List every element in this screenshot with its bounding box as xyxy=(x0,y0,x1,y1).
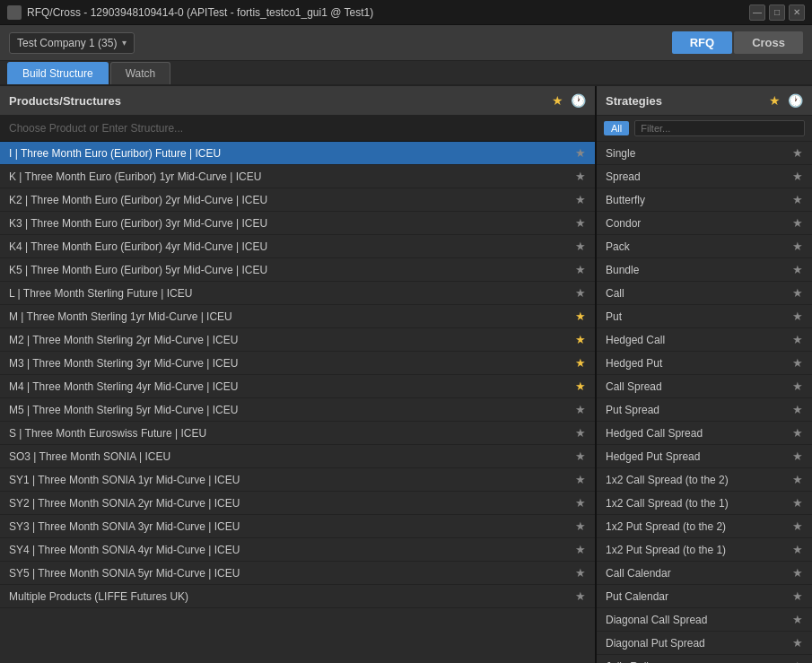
strategy-item[interactable]: Spread★ xyxy=(597,165,812,188)
product-item[interactable]: SY1 | Three Month SONIA 1yr Mid-Curve | … xyxy=(0,468,595,492)
company-selector[interactable]: Test Company 1 (35) ▾ xyxy=(9,32,135,54)
strategy-star-icon[interactable]: ★ xyxy=(792,636,803,650)
strategy-item[interactable]: Put★ xyxy=(597,305,812,328)
strategy-star-icon[interactable]: ★ xyxy=(792,473,803,486)
strategy-filter-input[interactable] xyxy=(634,120,805,136)
strategy-item[interactable]: 1x2 Call Spread (to the 2)★ xyxy=(597,468,812,492)
strategy-item[interactable]: Diagonal Put Spread★ xyxy=(597,632,812,655)
strategy-item[interactable]: Bundle★ xyxy=(597,258,812,282)
strategy-star-icon[interactable]: ★ xyxy=(792,589,803,603)
product-item[interactable]: M2 | Three Month Sterling 2yr Mid-Curve … xyxy=(0,328,595,352)
product-star-icon[interactable]: ★ xyxy=(575,286,586,300)
rfq-button[interactable]: RFQ xyxy=(672,31,732,54)
product-item[interactable]: M | Three Month Sterling 1yr Mid-Curve |… xyxy=(0,305,595,328)
strategies-star-icon[interactable]: ★ xyxy=(769,93,781,108)
strategy-item[interactable]: Jelly Roll★ xyxy=(597,655,812,663)
product-item[interactable]: L | Three Month Sterling Future | ICEU★ xyxy=(0,282,595,305)
close-button[interactable]: ✕ xyxy=(789,4,805,21)
product-star-icon[interactable]: ★ xyxy=(575,240,586,253)
strategy-star-icon[interactable]: ★ xyxy=(792,613,803,626)
product-star-icon[interactable]: ★ xyxy=(575,333,586,346)
strategy-star-icon[interactable]: ★ xyxy=(792,216,803,230)
product-item[interactable]: Multiple Products (LIFFE Futures UK)★ xyxy=(0,585,595,608)
product-item[interactable]: SO3 | Three Month SONIA | ICEU★ xyxy=(0,445,595,468)
strategy-item[interactable]: Put Spread★ xyxy=(597,398,812,422)
product-item[interactable]: K4 | Three Month Euro (Euribor) 4yr Mid-… xyxy=(0,235,595,258)
strategy-item[interactable]: 1x2 Put Spread (to the 1)★ xyxy=(597,538,812,562)
strategy-item[interactable]: Call Calendar★ xyxy=(597,562,812,585)
product-star-icon[interactable]: ★ xyxy=(575,146,586,160)
strategy-item[interactable]: Put Calendar★ xyxy=(597,585,812,608)
product-item[interactable]: K | Three Month Euro (Euribor) 1yr Mid-C… xyxy=(0,165,595,188)
tab-build-structure[interactable]: Build Structure xyxy=(7,62,109,84)
product-star-icon[interactable]: ★ xyxy=(575,566,586,580)
strategy-star-icon[interactable]: ★ xyxy=(792,263,803,276)
strategy-item[interactable]: 1x2 Put Spread (to the 2)★ xyxy=(597,515,812,538)
strategy-item[interactable]: Hedged Call Spread★ xyxy=(597,422,812,445)
tab-watch[interactable]: Watch xyxy=(110,62,171,84)
strategy-star-icon[interactable]: ★ xyxy=(792,449,803,463)
strategy-item[interactable]: Butterfly★ xyxy=(597,188,812,212)
strategy-item[interactable]: Hedged Put Spread★ xyxy=(597,445,812,468)
product-star-icon[interactable]: ★ xyxy=(575,263,586,276)
product-item[interactable]: SY3 | Three Month SONIA 3yr Mid-Curve | … xyxy=(0,515,595,538)
product-search-input[interactable] xyxy=(0,116,595,142)
product-item[interactable]: K2 | Three Month Euro (Euribor) 2yr Mid-… xyxy=(0,188,595,212)
product-star-icon[interactable]: ★ xyxy=(575,310,586,323)
strategy-star-icon[interactable]: ★ xyxy=(792,426,803,440)
strategy-star-icon[interactable]: ★ xyxy=(792,519,803,533)
product-star-icon[interactable]: ★ xyxy=(575,473,586,486)
product-star-icon[interactable]: ★ xyxy=(575,356,586,370)
product-star-icon[interactable]: ★ xyxy=(575,403,586,416)
strategy-item[interactable]: Hedged Call★ xyxy=(597,328,812,352)
product-star-icon[interactable]: ★ xyxy=(575,170,586,183)
strategy-star-icon[interactable]: ★ xyxy=(792,543,803,556)
product-item[interactable]: I | Three Month Euro (Euribor) Future | … xyxy=(0,142,595,165)
cross-button[interactable]: Cross xyxy=(734,31,803,54)
strategy-star-icon[interactable]: ★ xyxy=(792,659,803,663)
product-star-icon[interactable]: ★ xyxy=(575,496,586,510)
strategy-star-icon[interactable]: ★ xyxy=(792,379,803,393)
strategy-star-icon[interactable]: ★ xyxy=(792,310,803,323)
filter-all-button[interactable]: All xyxy=(604,121,629,135)
strategy-star-icon[interactable]: ★ xyxy=(792,356,803,370)
product-item[interactable]: K3 | Three Month Euro (Euribor) 3yr Mid-… xyxy=(0,212,595,235)
strategy-item[interactable]: Single★ xyxy=(597,142,812,165)
strategy-star-icon[interactable]: ★ xyxy=(792,193,803,206)
strategy-star-icon[interactable]: ★ xyxy=(792,240,803,253)
product-item[interactable]: SY2 | Three Month SONIA 2yr Mid-Curve | … xyxy=(0,492,595,515)
strategy-item[interactable]: Hedged Put★ xyxy=(597,352,812,375)
product-star-icon[interactable]: ★ xyxy=(575,543,586,556)
product-star-icon[interactable]: ★ xyxy=(575,519,586,533)
product-star-icon[interactable]: ★ xyxy=(575,379,586,393)
product-item[interactable]: K5 | Three Month Euro (Euribor) 5yr Mid-… xyxy=(0,258,595,282)
strategy-item[interactable]: Diagonal Call Spread★ xyxy=(597,608,812,632)
product-item[interactable]: M4 | Three Month Sterling 4yr Mid-Curve … xyxy=(0,375,595,398)
product-item[interactable]: M5 | Three Month Sterling 5yr Mid-Curve … xyxy=(0,398,595,422)
strategy-star-icon[interactable]: ★ xyxy=(792,170,803,183)
product-item[interactable]: SY5 | Three Month SONIA 5yr Mid-Curve | … xyxy=(0,562,595,585)
product-item[interactable]: S | Three Month Euroswiss Future | ICEU★ xyxy=(0,422,595,445)
products-clock-icon[interactable]: 🕐 xyxy=(571,93,586,108)
strategy-item[interactable]: Pack★ xyxy=(597,235,812,258)
product-star-icon[interactable]: ★ xyxy=(575,216,586,230)
maximize-button[interactable]: □ xyxy=(769,4,785,21)
strategy-star-icon[interactable]: ★ xyxy=(792,496,803,510)
strategy-item[interactable]: Condor★ xyxy=(597,212,812,235)
strategy-star-icon[interactable]: ★ xyxy=(792,146,803,160)
product-item[interactable]: M3 | Three Month Sterling 3yr Mid-Curve … xyxy=(0,352,595,375)
strategy-star-icon[interactable]: ★ xyxy=(792,403,803,416)
product-item[interactable]: SY4 | Three Month SONIA 4yr Mid-Curve | … xyxy=(0,538,595,562)
strategy-item[interactable]: 1x2 Call Spread (to the 1)★ xyxy=(597,492,812,515)
product-star-icon[interactable]: ★ xyxy=(575,449,586,463)
strategy-item[interactable]: Call Spread★ xyxy=(597,375,812,398)
strategies-clock-icon[interactable]: 🕐 xyxy=(788,93,803,108)
strategy-item[interactable]: Call★ xyxy=(597,282,812,305)
product-star-icon[interactable]: ★ xyxy=(575,426,586,440)
product-star-icon[interactable]: ★ xyxy=(575,589,586,603)
strategy-star-icon[interactable]: ★ xyxy=(792,286,803,300)
strategy-star-icon[interactable]: ★ xyxy=(792,566,803,580)
product-star-icon[interactable]: ★ xyxy=(575,193,586,206)
strategy-star-icon[interactable]: ★ xyxy=(792,333,803,346)
minimize-button[interactable]: — xyxy=(749,4,765,21)
